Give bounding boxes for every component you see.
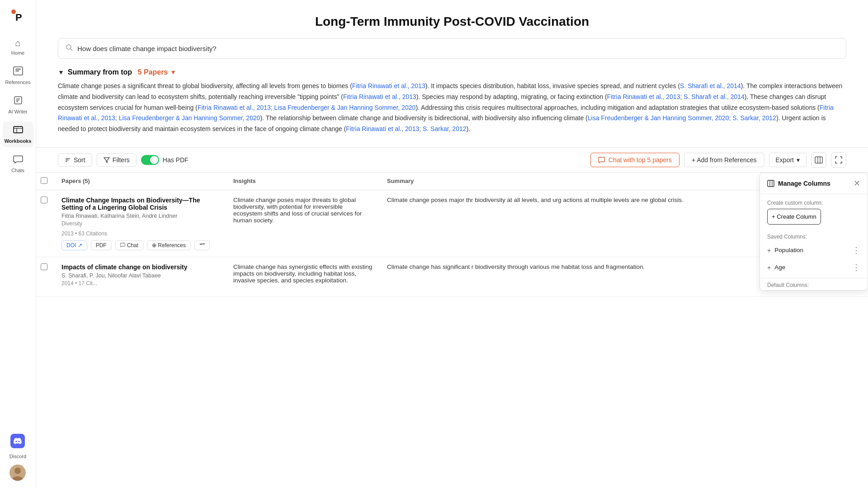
svg-rect-4 (15, 70, 19, 71)
table-row: Impacts of climate change on biodiversit… (36, 257, 868, 296)
sidebar-references-label: References (5, 80, 30, 85)
paper-cell-2: Impacts of climate change on biodiversit… (54, 257, 226, 296)
user-avatar[interactable] (9, 465, 26, 481)
sidebar-ai-writer-label: AI Writer (8, 109, 28, 114)
quote-badge[interactable]: ❝❞ (194, 240, 210, 250)
add-population-icon[interactable]: + (767, 247, 771, 254)
summary-ref-3[interactable]: Fitria Rinawati et al., 2013 (343, 93, 416, 100)
summary-ref-5[interactable]: Fitria Rinawati et al., 2013; Lisa Freud… (198, 104, 416, 111)
chat-top-papers-button[interactable]: Chat with top 5 papers (590, 153, 679, 167)
summary-ref-8[interactable]: Fitria Rinawati et al., 2013; S. Sarkar,… (346, 125, 466, 132)
row-checkbox-cell[interactable] (36, 190, 54, 257)
toggle-knob (150, 156, 158, 164)
references-icon (13, 66, 23, 78)
saved-columns-label: Saved Columns: (760, 230, 868, 242)
ai-writer-icon (13, 96, 23, 107)
paper-title-2[interactable]: Impacts of climate change on biodiversit… (61, 263, 219, 271)
sidebar-item-workbooks[interactable]: Workbooks (3, 122, 33, 147)
row-checkbox[interactable] (41, 197, 47, 203)
chat-badge[interactable]: Chat (115, 240, 143, 250)
row-checkbox-cell[interactable] (36, 257, 54, 296)
filter-icon (104, 157, 110, 163)
row-checkbox[interactable] (41, 263, 47, 270)
filters-label: Filters (113, 156, 130, 164)
select-all-checkbox[interactable] (41, 177, 47, 184)
add-btn-label: + Add from References (692, 156, 757, 164)
filters-button[interactable]: Filters (97, 153, 137, 167)
fullscreen-icon (835, 156, 842, 164)
has-pdf-toggle[interactable] (141, 155, 159, 165)
summary-section: ▼ Summary from top 5 Papers ▾ Climate ch… (58, 68, 846, 135)
column-item-left: + Population (767, 247, 803, 254)
svg-rect-9 (14, 127, 23, 133)
insights-column-header: Insights (226, 173, 380, 190)
table-area: Sort Filters Has PDF Chat with top 5 pap (36, 147, 868, 488)
panel-header: Manage Columns ✕ (760, 173, 868, 194)
has-pdf-label: Has PDF (163, 156, 189, 164)
summary-papers-count[interactable]: 5 Papers (138, 68, 168, 76)
summary-label: Summary from top (68, 68, 134, 76)
paper-meta-1: Diversity (61, 221, 219, 227)
sort-button[interactable]: Sort (58, 153, 92, 167)
sort-label: Sort (74, 156, 85, 164)
chat-icon (598, 156, 605, 163)
add-references-button[interactable]: + Add from References (684, 153, 764, 167)
columns-icon (815, 156, 823, 164)
page-title: Long-Term Immunity Post-COVID Vaccinatio… (58, 14, 846, 29)
fullscreen-button[interactable] (831, 152, 846, 168)
svg-text:P: P (15, 12, 22, 23)
population-label: Population (774, 247, 803, 253)
add-age-icon[interactable]: + (767, 264, 771, 271)
sort-icon (65, 157, 71, 163)
doi-badge[interactable]: DOI ↗ (61, 240, 87, 250)
sidebar-home-label: Home (11, 50, 24, 56)
svg-rect-3 (15, 69, 21, 70)
age-more-button[interactable]: ⋮ (852, 263, 860, 272)
summary-ref-1[interactable]: Fitria Rinawati et al., 2013 (352, 82, 425, 89)
sidebar-item-ai-writer[interactable]: AI Writer (3, 92, 33, 118)
export-caret-icon: ▾ (797, 156, 800, 164)
create-column-button[interactable]: + Create Column (767, 209, 821, 225)
summary-header: ▼ Summary from top 5 Papers ▾ (58, 68, 846, 76)
svg-marker-20 (104, 158, 109, 163)
checkbox-header[interactable] (36, 173, 54, 190)
summary-ref-7[interactable]: Lisa Freudenberger & Jan Hanning Sommer,… (588, 114, 776, 122)
workbooks-icon (13, 125, 23, 136)
sidebar-item-chats[interactable]: Chats (3, 151, 33, 177)
paper-title-1[interactable]: Climate Change Impacts on Biodiversity—T… (61, 197, 219, 211)
search-input[interactable] (77, 45, 839, 52)
export-label: Export (776, 156, 794, 164)
summary-caret-icon[interactable]: ▾ (171, 68, 175, 76)
create-column-label: Create custom column: (760, 194, 868, 209)
chat-btn-label: Chat with top 5 papers (609, 156, 672, 164)
papers-table-container[interactable]: Papers (5) Insights Summary (36, 173, 868, 488)
app-logo[interactable]: P (9, 7, 27, 25)
create-btn-label: + Create Column (772, 213, 816, 220)
population-more-button[interactable]: ⋮ (852, 245, 860, 255)
age-label: Age (774, 264, 785, 271)
summary-ref-4[interactable]: Fitria Rinawati et al., 2013; S. Sharafi… (607, 93, 745, 100)
references-badge[interactable]: ⊕ References (147, 240, 191, 250)
search-bar (58, 38, 846, 59)
discord-button[interactable] (10, 434, 25, 448)
panel-title: Manage Columns (767, 180, 830, 187)
table-toolbar: Sort Filters Has PDF Chat with top 5 pap (36, 148, 868, 173)
columns-panel-icon (767, 180, 774, 187)
sidebar-item-home[interactable]: ⌂ Home (3, 34, 33, 59)
svg-point-13 (14, 468, 21, 474)
sidebar-item-references[interactable]: References (3, 63, 33, 89)
summary-ref-2[interactable]: S. Sharafi et al., 2014 (680, 82, 741, 89)
panel-close-button[interactable]: ✕ (854, 179, 860, 188)
export-button[interactable]: Export ▾ (769, 153, 807, 167)
manage-columns-title: Manage Columns (778, 180, 830, 187)
main-content: Long-Term Immunity Post-COVID Vaccinatio… (36, 0, 868, 488)
columns-toggle-button[interactable] (811, 152, 826, 168)
discord-label: Discord (9, 454, 26, 459)
search-icon (66, 44, 73, 53)
default-columns-label: Default Columns: (760, 278, 868, 290)
collapse-icon[interactable]: ▼ (58, 69, 64, 76)
pdf-badge[interactable]: PDF (91, 240, 112, 250)
paper-year-2: 2014 • 17 Cit... (61, 280, 219, 286)
manage-columns-panel: Manage Columns ✕ Create custom column: +… (760, 173, 868, 291)
paper-authors-2: S. Sharafi, P. Jou, Niloofar Alavi Tabae… (61, 272, 219, 279)
